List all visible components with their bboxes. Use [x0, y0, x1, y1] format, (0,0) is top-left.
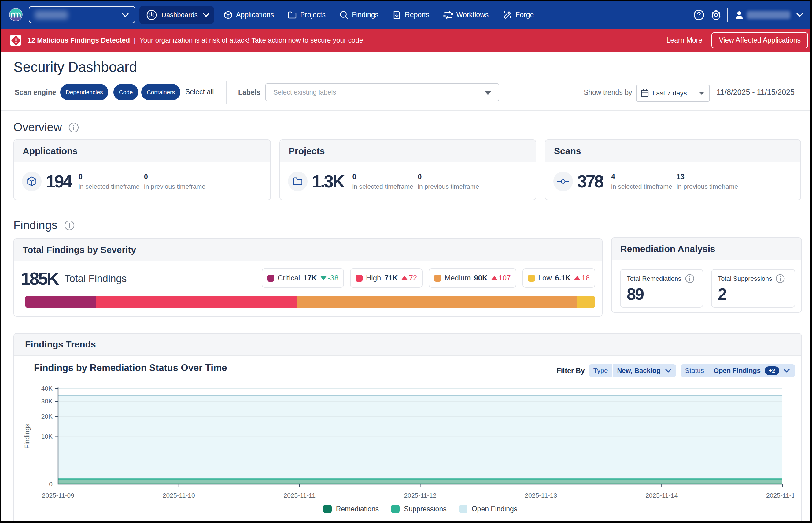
- svg-text:20K: 20K: [41, 413, 53, 420]
- svg-text:10K: 10K: [41, 433, 53, 440]
- svg-text:40K: 40K: [41, 385, 53, 392]
- svg-text:2025-11-14: 2025-11-14: [645, 492, 678, 499]
- svg-text:2025-11-15: 2025-11-15: [766, 492, 798, 499]
- svg-text:2025-11-10: 2025-11-10: [163, 492, 195, 499]
- svg-text:2025-11-13: 2025-11-13: [524, 492, 557, 499]
- svg-text:2025-11-09: 2025-11-09: [42, 492, 74, 499]
- svg-text:0: 0: [49, 481, 53, 488]
- svg-text:30K: 30K: [41, 398, 53, 404]
- svg-text:Findings: Findings: [23, 423, 31, 449]
- svg-text:2025-11-12: 2025-11-12: [404, 492, 437, 499]
- svg-text:2025-11-11: 2025-11-11: [284, 492, 315, 499]
